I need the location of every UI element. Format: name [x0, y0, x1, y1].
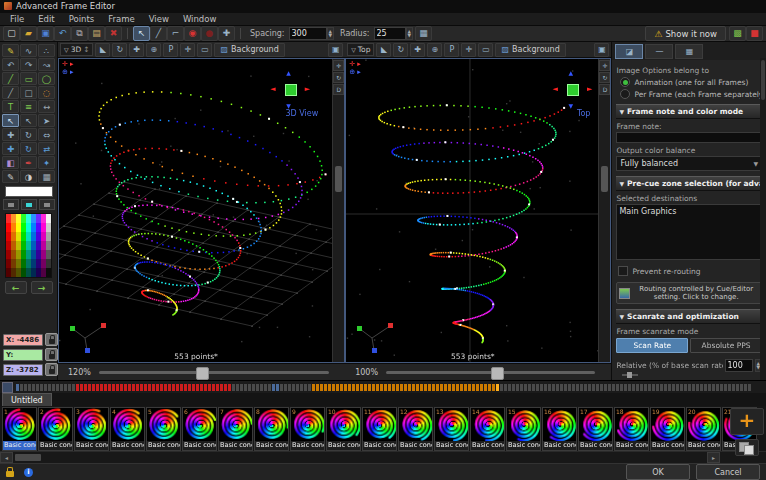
arc-right-tool[interactable]: ↷ — [20, 58, 37, 71]
erase-point-button[interactable]: ● — [201, 26, 218, 41]
color-single-button[interactable] — [3, 199, 19, 210]
view-select-dropdown[interactable]: ▽3D↕ — [60, 43, 93, 56]
x-lock-button[interactable] — [45, 333, 58, 346]
frame-note-input[interactable] — [616, 132, 762, 143]
rotate-frame-tool[interactable]: ↻ — [20, 142, 37, 155]
frame-thumbnail-7[interactable]: 7Basic cone — [218, 407, 253, 451]
section-precue[interactable]: ▼ Pre-cue zone selection (for advanced u… — [616, 176, 762, 191]
viewport-scrollbar-thumb[interactable] — [601, 166, 608, 192]
relative-input[interactable] — [725, 359, 753, 372]
dock-pane-button[interactable]: ▣ — [328, 43, 343, 57]
frame-thumbnail-19[interactable]: 19Basic cone — [650, 407, 685, 451]
radius-stepper[interactable]: ▲▼ — [406, 27, 413, 40]
menu-edit[interactable]: Edit — [32, 14, 60, 24]
polyline-tool-button[interactable]: ⌐ — [167, 26, 184, 41]
add-point-button[interactable]: ✚ — [218, 26, 235, 41]
panel-scrollbar[interactable] — [760, 58, 766, 380]
scatter-tool[interactable]: ∴ — [38, 44, 55, 57]
frame-thumbnail-12[interactable]: 12Basic cone — [398, 407, 433, 451]
line-segment-tool[interactable]: ╱ — [2, 86, 19, 99]
palette-gray[interactable] — [46, 214, 51, 223]
strip-button-0[interactable]: ✛ — [333, 60, 344, 71]
stop-output-button[interactable]: ■ — [746, 26, 763, 41]
image-tool[interactable]: ▦ — [38, 170, 55, 183]
tab-minus[interactable]: — — [645, 44, 673, 59]
palette-gray[interactable] — [46, 268, 51, 277]
zoom-slider[interactable] — [386, 371, 595, 374]
canvas-top-view[interactable]: ✛ ▸⊕ ▸▲◄►▼Top✛↻D553 points* — [345, 58, 611, 363]
crosshair-icon[interactable]: ✛ — [180, 43, 195, 57]
menu-points[interactable]: Points — [63, 14, 101, 24]
strip-button-0[interactable]: ✛ — [599, 60, 610, 71]
show-it-now-button[interactable]: ⚠ Show it now — [645, 26, 726, 41]
pen-tool[interactable]: ✎ — [2, 170, 19, 183]
tab-camera[interactable]: ▦ — [675, 44, 703, 59]
paint-tool[interactable]: ◧ — [2, 156, 19, 169]
select-region-icon[interactable]: ▭ — [197, 43, 212, 57]
spacing-input[interactable] — [289, 27, 327, 40]
palette-gray[interactable] — [46, 241, 51, 250]
orientation-gizmo[interactable]: ▲◄►▼ — [552, 69, 592, 109]
routing-button[interactable]: Routing controlled by Cue/Editor setting… — [616, 282, 762, 304]
pivot-icon[interactable]: P — [444, 43, 459, 57]
save-button[interactable]: ▣ — [37, 26, 54, 41]
palette-prev-button[interactable]: ← — [5, 281, 27, 294]
menu-frame[interactable]: Frame — [102, 14, 140, 24]
y-lock-button[interactable] — [45, 348, 58, 361]
paste-button[interactable]: ▤ — [88, 26, 105, 41]
absolute-pps-button[interactable]: Absolute PPS — [690, 338, 762, 353]
palette-gray[interactable] — [46, 232, 51, 241]
cut-button[interactable]: ✖ — [105, 26, 122, 41]
rotate-points-tool[interactable]: ↻ — [20, 128, 37, 141]
strip-button-1[interactable]: ↻ — [599, 72, 610, 83]
frame-thumbnail-20[interactable]: 20Basic cone — [686, 407, 721, 451]
frame-thumbnail-17[interactable]: 17Basic cone — [578, 407, 613, 451]
section-frame-note[interactable]: ▼ Frame note and color mode — [616, 104, 762, 119]
destination-item[interactable]: Main Graphics — [619, 207, 759, 216]
brush-tool[interactable]: ✦ — [38, 156, 55, 169]
record-point-button[interactable]: ◉ — [184, 26, 201, 41]
frame-thumbnail-10[interactable]: 10Basic cone — [326, 407, 361, 451]
new-file-button[interactable]: ▢ — [3, 26, 20, 41]
ok-button[interactable]: OK — [626, 464, 690, 480]
radio-animation[interactable]: Animation (one for all Frames) — [620, 77, 762, 87]
frame-thumbnail-14[interactable]: 14Basic cone — [470, 407, 505, 451]
view-select-dropdown[interactable]: ▽Top — [347, 43, 374, 56]
radio-per-frame[interactable]: Per Frame (each Frame separately) — [620, 89, 762, 99]
mirror-tool[interactable]: ⇄ — [38, 142, 55, 155]
text-tool[interactable]: T — [2, 100, 19, 113]
rectangle-outline-tool[interactable]: □ — [20, 86, 37, 99]
frame-thumbnail-6[interactable]: 6Basic cone — [182, 407, 217, 451]
rectangle-tool[interactable]: ▭ — [20, 72, 37, 85]
palette-next-button[interactable]: → — [31, 281, 53, 294]
z-lock-button[interactable] — [45, 363, 58, 376]
radius-input[interactable] — [374, 27, 406, 40]
frame-thumbnail-15[interactable]: 15Basic cone — [506, 407, 541, 451]
color-gradient-button[interactable] — [21, 199, 37, 210]
zoom-tool-icon[interactable]: ⊕ — [427, 43, 442, 57]
ellipse-tool[interactable]: ◯ — [38, 72, 55, 85]
frame-strip-scrollbar[interactable]: ◂ ▸ — [0, 451, 766, 463]
destinations-list[interactable]: Main Graphics — [616, 204, 762, 260]
prevent-rerouting-checkbox[interactable]: Prevent re-routing — [618, 266, 762, 276]
open-file-button[interactable]: ▰ — [20, 26, 37, 41]
frame-thumbnail-4[interactable]: 4Basic cone — [110, 407, 145, 451]
zoom-slider-handle[interactable] — [196, 367, 209, 380]
timeline-start-marker[interactable] — [2, 382, 13, 393]
arc-left-tool[interactable]: ↶ — [2, 58, 19, 71]
line-tool[interactable]: ╱ — [2, 72, 19, 85]
dock-pane-button[interactable]: ▣ — [594, 43, 609, 57]
select-add-tool[interactable]: ↖ — [20, 114, 37, 127]
palette-gray[interactable] — [46, 259, 51, 268]
strip-button-2[interactable]: D — [599, 84, 610, 95]
palette-gray[interactable] — [46, 223, 51, 232]
select-tool-button[interactable]: ↖ — [133, 26, 150, 41]
curve-tool[interactable]: ∿ — [20, 44, 37, 57]
menu-window[interactable]: Window — [177, 14, 223, 24]
output-color-select[interactable]: Fully balanced ▼ — [616, 156, 762, 171]
select-wand-tool[interactable]: ➤ — [38, 114, 55, 127]
frame-thumbnail-2[interactable]: 2Basic cone — [38, 407, 73, 451]
fill-mode-icon[interactable]: ◣ — [95, 43, 110, 57]
canvas-3d-view[interactable]: ✛ ▸⊕ ▸▲◄►▼3D View✛↻D553 points* — [58, 58, 345, 363]
frame-thumbnail-11[interactable]: 11Basic cone — [362, 407, 397, 451]
